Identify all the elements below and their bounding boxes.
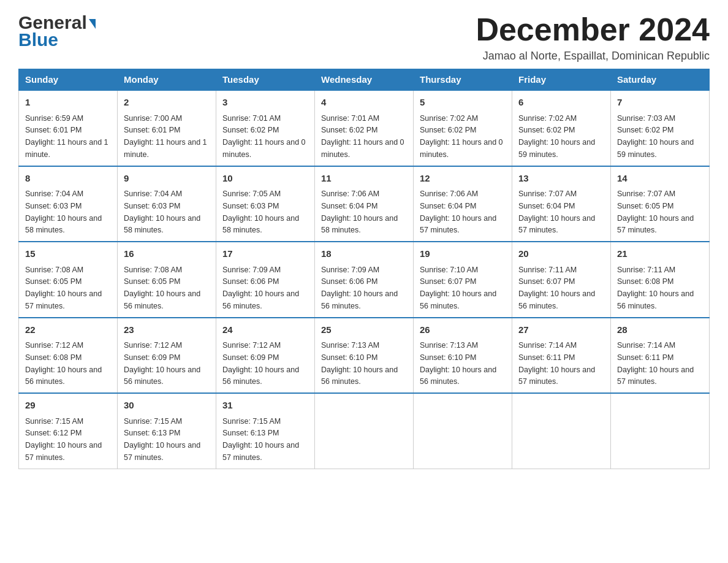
day-info: Sunrise: 7:07 AMSunset: 6:04 PMDaylight:… <box>518 190 595 234</box>
day-info: Sunrise: 7:07 AMSunset: 6:05 PMDaylight:… <box>617 190 694 234</box>
day-number: 1 <box>25 96 111 110</box>
day-info: Sunrise: 7:15 AMSunset: 6:13 PMDaylight:… <box>222 417 299 462</box>
calendar-cell: 11 Sunrise: 7:06 AMSunset: 6:04 PMDaylig… <box>315 166 414 242</box>
calendar-week-row: 8 Sunrise: 7:04 AMSunset: 6:03 PMDayligh… <box>19 166 710 242</box>
day-number: 19 <box>420 247 506 261</box>
day-info: Sunrise: 7:15 AMSunset: 6:13 PMDaylight:… <box>124 417 200 462</box>
calendar-header-row: Sunday Monday Tuesday Wednesday Thursday… <box>19 69 710 91</box>
calendar-week-row: 1 Sunrise: 6:59 AMSunset: 6:01 PMDayligh… <box>19 90 710 166</box>
calendar-cell: 24 Sunrise: 7:12 AMSunset: 6:09 PMDaylig… <box>216 318 315 394</box>
day-number: 7 <box>617 96 703 110</box>
day-number: 30 <box>124 399 210 413</box>
header-sunday: Sunday <box>19 69 118 91</box>
day-info: Sunrise: 7:13 AMSunset: 6:10 PMDaylight:… <box>420 341 496 386</box>
calendar-cell: 1 Sunrise: 6:59 AMSunset: 6:01 PMDayligh… <box>19 90 118 166</box>
calendar-cell: 3 Sunrise: 7:01 AMSunset: 6:02 PMDayligh… <box>216 90 315 166</box>
day-info: Sunrise: 7:05 AMSunset: 6:03 PMDaylight:… <box>222 190 299 234</box>
calendar-cell: 30 Sunrise: 7:15 AMSunset: 6:13 PMDaylig… <box>118 393 216 469</box>
header-monday: Monday <box>118 69 216 91</box>
day-number: 5 <box>420 96 506 110</box>
day-info: Sunrise: 7:08 AMSunset: 6:05 PMDaylight:… <box>124 266 200 310</box>
calendar-cell: 2 Sunrise: 7:00 AMSunset: 6:01 PMDayligh… <box>118 90 216 166</box>
header-thursday: Thursday <box>414 69 512 91</box>
day-info: Sunrise: 7:02 AMSunset: 6:02 PMDaylight:… <box>420 114 503 159</box>
day-info: Sunrise: 7:01 AMSunset: 6:02 PMDaylight:… <box>321 114 404 159</box>
day-number: 18 <box>321 247 407 261</box>
day-info: Sunrise: 7:12 AMSunset: 6:09 PMDaylight:… <box>222 341 299 386</box>
day-number: 2 <box>124 96 210 110</box>
calendar-cell: 17 Sunrise: 7:09 AMSunset: 6:06 PMDaylig… <box>216 242 315 318</box>
day-number: 23 <box>124 323 210 337</box>
day-number: 22 <box>25 323 111 337</box>
day-info: Sunrise: 7:06 AMSunset: 6:04 PMDaylight:… <box>420 190 496 234</box>
calendar-cell: 16 Sunrise: 7:08 AMSunset: 6:05 PMDaylig… <box>118 242 216 318</box>
calendar-cell: 7 Sunrise: 7:03 AMSunset: 6:02 PMDayligh… <box>611 90 710 166</box>
day-number: 20 <box>518 247 604 261</box>
calendar-cell: 28 Sunrise: 7:14 AMSunset: 6:11 PMDaylig… <box>611 318 710 394</box>
day-info: Sunrise: 7:13 AMSunset: 6:10 PMDaylight:… <box>321 341 398 386</box>
calendar-cell: 31 Sunrise: 7:15 AMSunset: 6:13 PMDaylig… <box>216 393 315 469</box>
calendar-cell: 27 Sunrise: 7:14 AMSunset: 6:11 PMDaylig… <box>512 318 611 394</box>
header-saturday: Saturday <box>611 69 710 91</box>
day-info: Sunrise: 7:04 AMSunset: 6:03 PMDaylight:… <box>124 190 200 234</box>
day-number: 27 <box>518 323 604 337</box>
calendar-cell: 20 Sunrise: 7:11 AMSunset: 6:07 PMDaylig… <box>512 242 611 318</box>
calendar-cell: 18 Sunrise: 7:09 AMSunset: 6:06 PMDaylig… <box>315 242 414 318</box>
logo-brand2: Blue <box>18 29 58 50</box>
calendar-cell: 8 Sunrise: 7:04 AMSunset: 6:03 PMDayligh… <box>19 166 118 242</box>
header-friday: Friday <box>512 69 611 91</box>
calendar-cell <box>315 393 414 469</box>
calendar-week-row: 15 Sunrise: 7:08 AMSunset: 6:05 PMDaylig… <box>19 242 710 318</box>
day-number: 14 <box>617 172 703 186</box>
day-number: 29 <box>25 399 111 413</box>
day-info: Sunrise: 7:14 AMSunset: 6:11 PMDaylight:… <box>518 341 595 386</box>
day-number: 21 <box>617 247 703 261</box>
day-info: Sunrise: 7:14 AMSunset: 6:11 PMDaylight:… <box>617 341 694 386</box>
calendar-week-row: 29 Sunrise: 7:15 AMSunset: 6:12 PMDaylig… <box>19 393 710 469</box>
calendar-cell: 19 Sunrise: 7:10 AMSunset: 6:07 PMDaylig… <box>414 242 512 318</box>
calendar-cell: 9 Sunrise: 7:04 AMSunset: 6:03 PMDayligh… <box>118 166 216 242</box>
day-info: Sunrise: 7:08 AMSunset: 6:05 PMDaylight:… <box>25 266 102 310</box>
day-number: 25 <box>321 323 407 337</box>
calendar-cell: 26 Sunrise: 7:13 AMSunset: 6:10 PMDaylig… <box>414 318 512 394</box>
day-number: 6 <box>518 96 604 110</box>
calendar-cell <box>414 393 512 469</box>
day-info: Sunrise: 7:01 AMSunset: 6:02 PMDaylight:… <box>222 114 306 159</box>
day-number: 16 <box>124 247 210 261</box>
header-wednesday: Wednesday <box>315 69 414 91</box>
calendar-cell: 5 Sunrise: 7:02 AMSunset: 6:02 PMDayligh… <box>414 90 512 166</box>
day-number: 13 <box>518 172 604 186</box>
day-number: 31 <box>222 399 308 413</box>
day-info: Sunrise: 7:10 AMSunset: 6:07 PMDaylight:… <box>420 266 496 310</box>
day-info: Sunrise: 7:04 AMSunset: 6:03 PMDaylight:… <box>25 190 102 234</box>
calendar-cell <box>611 393 710 469</box>
day-number: 26 <box>420 323 506 337</box>
calendar-cell: 4 Sunrise: 7:01 AMSunset: 6:02 PMDayligh… <box>315 90 414 166</box>
day-number: 10 <box>222 172 308 186</box>
day-number: 11 <box>321 172 407 186</box>
calendar-week-row: 22 Sunrise: 7:12 AMSunset: 6:08 PMDaylig… <box>19 318 710 394</box>
calendar-cell: 13 Sunrise: 7:07 AMSunset: 6:04 PMDaylig… <box>512 166 611 242</box>
calendar-cell: 21 Sunrise: 7:11 AMSunset: 6:08 PMDaylig… <box>611 242 710 318</box>
calendar-cell: 10 Sunrise: 7:05 AMSunset: 6:03 PMDaylig… <box>216 166 315 242</box>
day-info: Sunrise: 6:59 AMSunset: 6:01 PMDaylight:… <box>25 114 108 159</box>
day-info: Sunrise: 7:09 AMSunset: 6:06 PMDaylight:… <box>321 266 398 310</box>
day-info: Sunrise: 7:03 AMSunset: 6:02 PMDaylight:… <box>617 114 694 159</box>
logo: General Blue <box>18 12 96 50</box>
day-number: 8 <box>25 172 111 186</box>
calendar-table: Sunday Monday Tuesday Wednesday Thursday… <box>18 69 710 469</box>
day-info: Sunrise: 7:09 AMSunset: 6:06 PMDaylight:… <box>222 266 299 310</box>
day-number: 28 <box>617 323 703 337</box>
calendar-cell: 15 Sunrise: 7:08 AMSunset: 6:05 PMDaylig… <box>19 242 118 318</box>
day-number: 12 <box>420 172 506 186</box>
day-info: Sunrise: 7:15 AMSunset: 6:12 PMDaylight:… <box>25 417 102 462</box>
title-area: December 2024 Jamao al Norte, Espaillat,… <box>476 12 710 63</box>
logo-triangle-icon <box>89 19 96 29</box>
calendar-cell: 6 Sunrise: 7:02 AMSunset: 6:02 PMDayligh… <box>512 90 611 166</box>
calendar-cell: 14 Sunrise: 7:07 AMSunset: 6:05 PMDaylig… <box>611 166 710 242</box>
header-area: General Blue December 2024 Jamao al Nort… <box>18 12 710 63</box>
location-subtitle: Jamao al Norte, Espaillat, Dominican Rep… <box>476 50 710 63</box>
day-number: 4 <box>321 96 407 110</box>
calendar-cell: 23 Sunrise: 7:12 AMSunset: 6:09 PMDaylig… <box>118 318 216 394</box>
header-tuesday: Tuesday <box>216 69 315 91</box>
